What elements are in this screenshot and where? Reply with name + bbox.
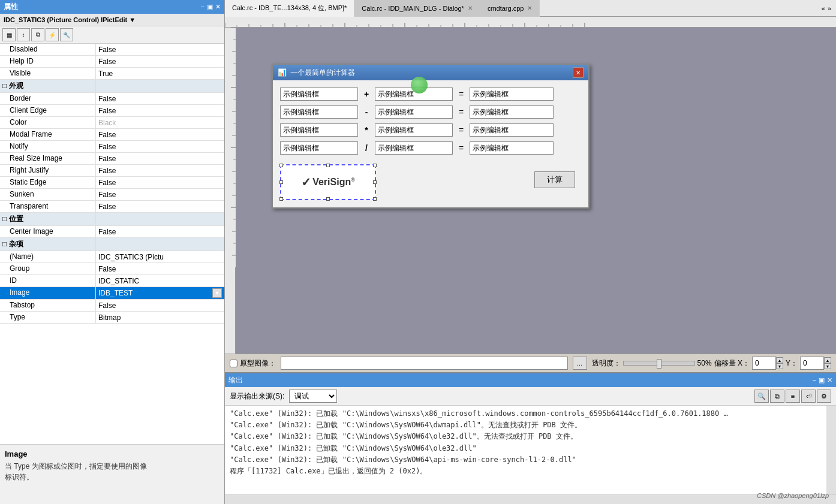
output-content-wrapper: "Calc.exe" (Win32): 已加载 "C:\Windows\wins… [225,406,836,494]
property-description-text: 当 Type 为图标或位图时，指定要使用的图像标识符。 [5,461,219,482]
offset-x-label: 偏移量 X： [714,358,750,369]
add-equals: = [455,89,467,99]
mul-input2[interactable] [375,123,453,137]
properties-list: DisabledFalseHelp IDFalseVisibleTrue□ 外观… [0,44,224,444]
output-clear-btn[interactable]: ≡ [786,390,800,403]
dialog-close-btn[interactable]: ✕ [573,67,584,78]
offset-y-down[interactable]: ▼ [824,363,831,369]
offset-y-spin: ▲ ▼ [824,357,831,369]
property-name: Client Edge [0,105,96,116]
output-dock-icon[interactable]: ▣ [819,376,825,384]
output-scrollbar[interactable] [826,406,836,494]
property-row[interactable]: ImageIDB_TEST▼ [0,287,224,300]
property-value-text: IDB_TEST [98,289,212,297]
chevron-right-icon[interactable]: » [828,5,831,12]
output-filter-btn[interactable]: ⚙ [817,390,831,403]
prototype-browse-btn[interactable]: … [573,357,587,370]
offset-y-control: ▲ ▼ [800,357,831,370]
offset-y-input[interactable] [800,357,824,370]
property-description-title: Image [5,449,219,458]
output-copy-btn[interactable]: ⧉ [770,390,784,403]
close-panel-icon[interactable]: ✕ [215,3,221,11]
ruler [225,17,836,28]
calc-row-add: + = [280,87,581,101]
add-input1[interactable] [280,87,358,101]
tab-bitmap-label: Calc.rc - IDB_TE...134x38, 4 位, BMP]* [232,4,347,13]
handle-tr [373,164,377,167]
property-value: False [96,153,224,164]
tab-bitmap[interactable]: Calc.rc - IDB_TE...134x38, 4 位, BMP]* [225,0,354,17]
offset-x-down[interactable]: ▼ [776,363,783,369]
property-value: IDC_STATIC3 (Pictu [96,251,224,262]
property-value-text: False [98,191,222,199]
property-row: □ 杂项 [0,238,224,251]
prototype-checkbox[interactable] [230,360,237,367]
pin-icon[interactable]: − [201,3,205,11]
property-row: (Name)IDC_STATIC3 (Pictu [0,251,224,263]
property-value: False [96,141,224,152]
property-row: Modal FrameFalse [0,129,224,141]
tab-dialog[interactable]: Calc.rc - IDD_MAIN_DLG - Dialog* ✕ [354,0,480,17]
property-value: Bitmap [96,312,224,323]
output-panel: 输出 − ▣ ✕ 显示输出来源(S): 调试 🔍 ⧉ ≡ ⏎ ⚙ [225,372,836,504]
output-wrap-btn[interactable]: ⏎ [801,390,816,403]
mouse-cursor [411,77,428,93]
property-dropdown-btn[interactable]: ▼ [212,288,222,298]
tab-bar-right: « » [817,5,836,12]
sub-input1[interactable] [280,105,358,119]
dock-icon[interactable]: ▣ [207,3,213,11]
panel-header-controls: − ▣ ✕ [201,3,221,11]
offset-x-up[interactable]: ▲ [776,357,783,363]
property-name: Static Edge [0,177,96,188]
offset-y-up[interactable]: ▲ [824,357,831,363]
prototype-input[interactable] [281,357,568,370]
sub-result[interactable] [470,105,554,119]
chevron-left-icon[interactable]: « [822,5,825,12]
add-op: + [360,89,372,99]
tab-cpp-close[interactable]: ✕ [527,5,532,11]
add-result[interactable] [470,87,554,101]
output-source-select[interactable]: 调试 [289,390,337,403]
output-line: "Calc.exe" (Win32): 已卸载 "C:\Windows\SysW… [230,454,822,466]
verisign-control[interactable]: ✓ VeriSign ® [280,164,376,200]
div-result[interactable] [470,141,554,155]
property-description: Image 当 Type 为图标或位图时，指定要使用的图像标识符。 [0,444,224,504]
panel-subtitle: IDC_STATIC3 (Picture Control) IPictEdit … [0,14,224,26]
property-value: False [96,56,224,67]
copy-btn[interactable]: ⧉ [31,28,44,41]
property-value: False [96,263,224,274]
div-input2[interactable] [375,141,453,155]
mul-input1[interactable] [280,123,358,137]
output-close-icon[interactable]: ✕ [827,376,832,384]
calculate-button[interactable]: 计算 [534,171,575,188]
property-name: Transparent [0,201,96,212]
tab-dialog-label: Calc.rc - IDD_MAIN_DLG - Dialog* [362,5,464,12]
property-value: Black [96,117,224,128]
property-value[interactable]: IDB_TEST▼ [96,287,224,299]
offset-x-input[interactable] [752,357,776,370]
property-value: False [96,129,224,140]
div-input1[interactable] [280,141,358,155]
panel-title: 属性 [4,2,18,12]
output-search-btn[interactable]: 🔍 [754,390,769,403]
sub-input2[interactable] [375,105,453,119]
mul-result[interactable] [470,123,554,137]
grid-view-btn[interactable]: ▦ [2,28,16,41]
lightning-btn[interactable]: ⚡ [46,28,59,41]
offset-x-spin: ▲ ▼ [776,357,783,369]
property-row: GroupFalse [0,263,224,275]
tab-cpp[interactable]: cmdtarg.cpp ✕ [480,0,540,17]
output-pin-icon[interactable]: − [813,376,816,384]
properties-panel: 属性 − ▣ ✕ IDC_STATIC3 (Picture Control) I… [0,0,225,504]
dialog-body: + = - = [273,80,588,207]
wrench-btn[interactable]: 🔧 [60,28,73,41]
property-row: Right JustifyFalse [0,165,224,177]
prototype-label: 原型图像： [240,358,276,369]
output-bottom-scrollbar[interactable] [225,494,836,504]
sort-btn[interactable]: ↕ [17,28,30,41]
property-row: BorderFalse [0,93,224,105]
property-name: Disabled [0,44,96,55]
tab-dialog-close[interactable]: ✕ [468,5,473,11]
transparency-slider-thumb[interactable] [657,359,661,369]
property-row: IDIDC_STATIC [0,275,224,287]
